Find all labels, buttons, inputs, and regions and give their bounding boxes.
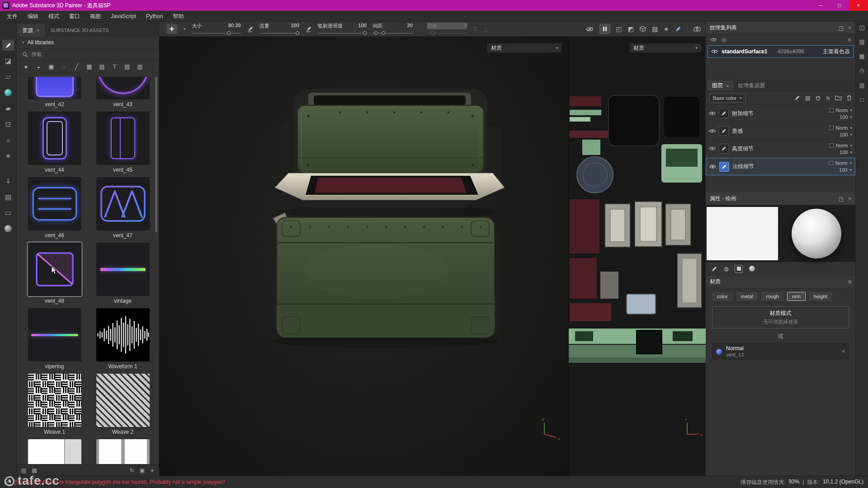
layer-mask-thumb[interactable]: [829, 126, 834, 130]
search-input[interactable]: 搜索: [17, 49, 159, 61]
history-icon[interactable]: ◷: [859, 67, 864, 74]
polygon-fill-tool-icon[interactable]: ▰: [2, 103, 14, 114]
layer-opacity[interactable]: 100: [840, 132, 848, 137]
viewport3d-material-dropdown[interactable]: 材质 ▾: [487, 43, 562, 53]
filter-textures-icon[interactable]: ▧: [98, 63, 106, 70]
log-icon[interactable]: ▥: [859, 82, 864, 89]
asset-thumbnail[interactable]: [28, 77, 81, 99]
filter-smart-masks-icon[interactable]: ▣: [47, 63, 55, 70]
filter-alphas-icon[interactable]: ▦: [85, 63, 93, 70]
asset-item[interactable]: [23, 439, 86, 464]
asset-item[interactable]: viperlog: [23, 308, 86, 370]
asset-item[interactable]: Weave 1: [23, 374, 86, 435]
viewport-3d[interactable]: 材质 ▾: [159, 37, 568, 476]
asset-item[interactable]: vent_45: [91, 112, 154, 173]
material-ball-icon[interactable]: [2, 223, 14, 234]
perspective-cube-icon[interactable]: [640, 26, 646, 32]
asset-thumbnail[interactable]: [28, 439, 81, 464]
tab-substance-assets[interactable]: SUBSTANCE 3D ASSETS: [45, 24, 114, 37]
viewport2d-material-dropdown[interactable]: 材质 ▾: [629, 43, 702, 53]
screenshot-camera-icon[interactable]: [693, 26, 701, 32]
asset-thumbnail[interactable]: [96, 374, 150, 427]
shelf-icon[interactable]: ▤: [859, 38, 864, 45]
smart-material-tool-icon[interactable]: [2, 87, 14, 98]
channel-metal-button[interactable]: metal: [736, 292, 758, 301]
pen-pressure-size-icon[interactable]: [247, 26, 253, 32]
plane-preview-icon[interactable]: [735, 265, 743, 273]
asset-thumbnail[interactable]: [28, 374, 81, 427]
add-effect-icon[interactable]: [794, 95, 800, 101]
quick-mask-icon[interactable]: ◩: [628, 25, 634, 33]
angle-snap-icon[interactable]: ▽: [473, 26, 477, 32]
layer-opacity[interactable]: 100: [839, 167, 847, 173]
layer-visibility-icon[interactable]: [709, 129, 716, 133]
asset-thumbnail[interactable]: [96, 112, 150, 165]
stencil-icon[interactable]: ◰: [616, 25, 622, 33]
menu-item-javascript[interactable]: JavaScript: [106, 11, 141, 22]
close-panel-icon[interactable]: ×: [848, 196, 851, 202]
filter-materials-icon[interactable]: ●: [22, 63, 30, 70]
menu-item-edit[interactable]: 编辑: [23, 11, 43, 22]
layer-row[interactable]: 附加细节 Norm ▾ 100 ▾: [706, 105, 855, 122]
close-panel-icon[interactable]: ×: [848, 25, 851, 31]
export-panel-icon[interactable]: ▣: [140, 467, 145, 474]
asset-thumbnail[interactable]: [28, 112, 81, 165]
layer-brush-icon[interactable]: [719, 144, 729, 154]
asset-item[interactable]: vent_46: [23, 177, 86, 239]
asset-item[interactable]: vent_44: [23, 112, 86, 173]
smudge-tool-icon[interactable]: ≈: [2, 135, 14, 145]
minimize-button[interactable]: ─: [811, 0, 830, 11]
channel-rough-button[interactable]: rough: [761, 292, 784, 301]
projection-tool-icon[interactable]: ▱: [2, 71, 14, 82]
tab-close-icon[interactable]: ×: [37, 28, 39, 33]
asset-thumbnail[interactable]: [28, 177, 81, 230]
layer-row[interactable]: 高度细节 Norm ▾ 100 ▾: [706, 140, 855, 158]
menu-item-mode[interactable]: 模式: [43, 11, 64, 22]
physical-paint-icon[interactable]: [675, 26, 681, 32]
layer-row[interactable]: 质感 Norm ▾ 100 ▾: [706, 122, 855, 140]
brush-stamp-icon[interactable]: [166, 24, 177, 34]
remove-normal-icon[interactable]: ×: [842, 348, 845, 355]
sphere-preview-icon[interactable]: [749, 266, 755, 272]
tab-layers[interactable]: 图层 ×: [708, 80, 733, 91]
asset-item[interactable]: Waveform 1: [91, 308, 154, 370]
channel-dropdown[interactable]: Base color ▾: [709, 94, 745, 103]
material-menu-icon[interactable]: ≡: [848, 279, 851, 285]
display-settings-icon[interactable]: ▦: [859, 53, 864, 60]
asset-item[interactable]: vent_42: [23, 77, 86, 108]
follow-path-icon[interactable]: ◦: [419, 26, 421, 32]
layer-brush-icon[interactable]: [719, 108, 729, 118]
brush-opacity-slider[interactable]: 笔刷透明度 100: [318, 23, 367, 35]
assets-scrollbar[interactable]: [155, 77, 157, 232]
refresh-icon[interactable]: ↻: [130, 467, 134, 474]
texture-set-menu-icon[interactable]: ≡: [848, 37, 851, 43]
close-button[interactable]: ×: [849, 0, 868, 11]
brush-flow-slider[interactable]: 流量 100: [259, 23, 299, 35]
asset-thumbnail[interactable]: [96, 243, 150, 296]
document-icon[interactable]: □: [860, 96, 864, 103]
filter-fonts-icon[interactable]: T: [111, 63, 118, 70]
folder-icon[interactable]: [835, 95, 842, 100]
layer-brush-icon[interactable]: [719, 126, 729, 136]
layer-brush-icon[interactable]: [719, 162, 729, 172]
trash-icon[interactable]: [847, 95, 852, 101]
alpha-preview-icon[interactable]: ◍: [724, 266, 728, 272]
filter-smart-materials-icon[interactable]: ◒: [35, 63, 42, 70]
filter-filters-icon[interactable]: ◌: [60, 63, 68, 70]
material-view-icon[interactable]: ▧: [652, 25, 658, 33]
asset-thumbnail[interactable]: [96, 177, 150, 230]
eye-off-icon[interactable]: [586, 27, 594, 32]
layer-mask-thumb[interactable]: [829, 161, 833, 165]
asset-item[interactable]: vintage: [91, 243, 154, 304]
menu-item-python[interactable]: Python: [141, 11, 168, 22]
symmetry-icon[interactable]: △: [484, 26, 488, 32]
view-grid-icon[interactable]: ▦: [32, 467, 37, 474]
paint-tool-icon[interactable]: [2, 40, 14, 51]
particles-icon[interactable]: ∗: [664, 25, 669, 33]
layer-opacity[interactable]: 100: [840, 114, 848, 120]
layer-row-selected[interactable]: 法线细节 Norm ▾ 100 ▾: [706, 158, 855, 175]
filter-brushes-icon[interactable]: ╱: [73, 63, 80, 70]
asset-thumbnail[interactable]: [96, 77, 150, 99]
asset-item[interactable]: vent_43: [91, 77, 154, 108]
tab-assets[interactable]: 资源 ×: [17, 24, 45, 37]
